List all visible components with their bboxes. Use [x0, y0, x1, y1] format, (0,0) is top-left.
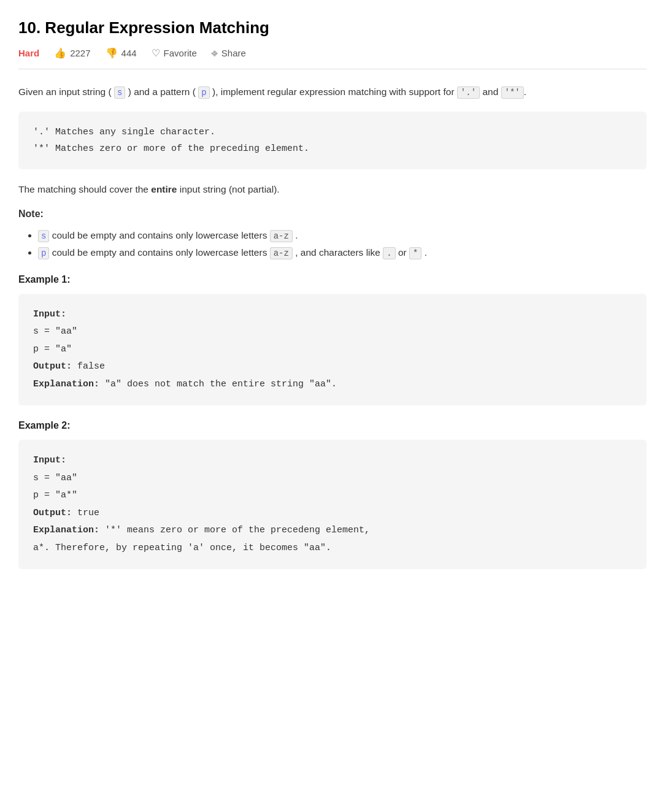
star-code-inline: '*': [501, 86, 524, 99]
matching-paragraph: The matching should cover the entire inp…: [18, 182, 647, 197]
description-paragraph: Given an input string ( s ) and a patter…: [18, 84, 647, 101]
example1-block: Input: s = "aa" p = "a" Output: false Ex…: [18, 294, 647, 406]
note-az-2: a-z: [270, 247, 293, 259]
example1-explanation: Explanation: "a" does not match the enti…: [33, 376, 632, 394]
note-item-s: s could be empty and contains only lower…: [38, 227, 647, 244]
example1-p-line: p = "a": [33, 341, 632, 359]
note-list: s could be empty and contains only lower…: [18, 227, 647, 261]
likes-item: 👍 2227: [54, 47, 90, 59]
entire-emphasis: entire: [151, 184, 177, 194]
favorite-label: Favorite: [164, 48, 197, 58]
share-button[interactable]: ⎆ Share: [212, 48, 246, 59]
code-line-1: '.' Matches any single character.: [33, 124, 632, 140]
note-star-code: *: [409, 247, 421, 259]
difficulty-badge[interactable]: Hard: [18, 48, 39, 58]
example1-output-value: false: [77, 361, 105, 372]
thumbs-up-icon: 👍: [54, 47, 66, 59]
code-line-2: '*' Matches zero or more of the precedin…: [33, 140, 632, 157]
example1-s-line: s = "aa": [33, 323, 632, 341]
dislikes-item: 👎 444: [106, 47, 137, 59]
example2-p-line: p = "a*": [33, 487, 632, 505]
thumbs-down-icon: 👎: [106, 47, 118, 59]
example1-explanation-text: "a" does not match the entire string "aa…: [105, 379, 337, 389]
example2-label: Example 2:: [18, 420, 647, 431]
note-item-p: p could be empty and contains only lower…: [38, 244, 647, 261]
example1-input-label: Input:: [33, 306, 632, 324]
note-label: Note:: [18, 209, 647, 220]
dot-code-inline: '.': [457, 86, 480, 99]
note-az-1: a-z: [270, 230, 293, 242]
share-label: Share: [221, 48, 246, 58]
example2-input-label: Input:: [33, 452, 632, 470]
page-title: 10. Regular Expression Matching: [18, 18, 647, 37]
note-var-p: p: [38, 247, 49, 259]
example2-explanation-text: '*' means zero or more of the precedeng …: [105, 525, 370, 535]
share-icon: ⎆: [212, 48, 218, 59]
example2-s-line: s = "aa": [33, 470, 632, 488]
example2-explanation-line1: Explanation: '*' means zero or more of t…: [33, 522, 632, 540]
note-var-s: s: [38, 230, 49, 242]
example2-output: Output: true: [33, 505, 632, 523]
heart-icon: ♡: [152, 47, 160, 59]
likes-count: 2227: [70, 48, 90, 58]
example1-output: Output: false: [33, 358, 632, 376]
example1-label: Example 1:: [18, 274, 647, 285]
note-dot-code: .: [383, 247, 395, 259]
example2-block: Input: s = "aa" p = "a*" Output: true Ex…: [18, 440, 647, 569]
var-p-inline: p: [198, 86, 209, 99]
var-s-inline: s: [114, 86, 125, 99]
dislikes-count: 444: [121, 48, 137, 58]
example2-explanation-line2: a*. Therefore, by repeating 'a' once, it…: [33, 540, 632, 557]
meta-bar: Hard 👍 2227 👎 444 ♡ Favorite ⎆ Share: [18, 47, 647, 69]
favorite-button[interactable]: ♡ Favorite: [152, 47, 197, 59]
definition-code-block: '.' Matches any single character. '*' Ma…: [18, 112, 647, 169]
example2-output-value: true: [77, 508, 99, 518]
